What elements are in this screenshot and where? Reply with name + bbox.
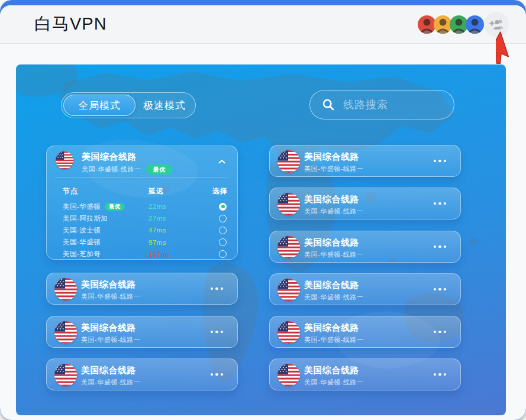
line-card[interactable]: 美国综合线路 美国-华盛顿-线路一 <box>269 188 461 219</box>
table-row: 美国-华盛顿 最优 22ms <box>63 201 229 212</box>
more-options-button[interactable] <box>208 359 226 390</box>
us-flag-icon <box>54 321 77 344</box>
node-name: 美国-波士顿 <box>63 226 101 235</box>
line-subtitle: 美国-华盛顿-线路一 <box>81 379 140 386</box>
best-badge: 最优 <box>146 164 172 175</box>
line-card[interactable]: 美国综合线路 美国-华盛顿-线路一 <box>46 358 238 390</box>
tab-speed-mode[interactable]: 极速模式 <box>135 95 193 116</box>
select-radio[interactable] <box>219 203 227 211</box>
table-row: 美国-芝加哥 197ms <box>63 248 229 260</box>
more-options-button[interactable] <box>431 274 449 305</box>
latency-value: 22ms <box>149 203 203 210</box>
line-card[interactable]: 美国综合线路 美国-华盛顿-线路一 <box>269 316 461 348</box>
mode-tabs: 全局模式 极速模式 <box>61 92 196 118</box>
add-person-icon <box>489 17 504 32</box>
more-options-button[interactable] <box>431 188 449 219</box>
us-flag-icon <box>277 279 300 301</box>
line-subtitle: 美国-华盛顿-线路一 <box>81 293 140 300</box>
vpn-panel: 全局模式 极速模式 美国综合线路 <box>16 64 506 415</box>
expanded-card-header: 美国综合线路 美国-华盛顿-线路一 最优 <box>82 152 172 175</box>
us-flag-icon <box>277 193 300 215</box>
line-title: 美国综合线路 <box>304 152 363 161</box>
node-name: 美国-华盛顿 <box>63 202 101 211</box>
col-select: 选择 <box>212 186 229 196</box>
more-options-button[interactable] <box>208 273 226 304</box>
divider <box>55 177 229 178</box>
us-flag-icon <box>277 236 300 259</box>
more-options-button[interactable] <box>208 316 226 347</box>
us-flag-icon <box>54 364 77 386</box>
search-box <box>309 90 454 119</box>
us-flag-icon <box>277 150 300 173</box>
latency-value: 197ms <box>149 251 203 258</box>
node-name: 美国-芝加哥 <box>63 250 101 259</box>
us-flag-icon <box>56 151 73 169</box>
ellipsis-icon <box>434 373 447 376</box>
ellipsis-icon <box>211 331 224 334</box>
ellipsis-icon <box>211 373 224 376</box>
line-title: 美国综合线路 <box>304 280 363 290</box>
app-window: 白马VPN <box>0 0 526 420</box>
search-icon <box>322 98 335 111</box>
line-subtitle: 美国-华盛顿-线路一 <box>304 208 363 215</box>
user-avatar-4[interactable] <box>466 15 484 34</box>
us-flag-icon <box>277 364 300 386</box>
select-radio[interactable] <box>219 227 227 234</box>
person-icon <box>466 15 484 34</box>
line-card[interactable]: 美国综合线路 美国-华盛顿-线路一 <box>269 231 461 263</box>
app-surface: 白马VPN <box>0 5 526 420</box>
avatar-row <box>420 12 509 37</box>
collapse-button[interactable] <box>215 154 229 169</box>
latency-value: 27ms <box>149 215 203 222</box>
line-card[interactable]: 美国综合线路 美国-华盛顿-线路一 <box>46 273 238 305</box>
ellipsis-icon <box>434 331 447 334</box>
app-title: 白马VPN <box>34 12 107 36</box>
ellipsis-icon <box>434 288 447 291</box>
add-user-button[interactable] <box>484 12 509 37</box>
line-title: 美国综合线路 <box>81 280 140 289</box>
line-card[interactable]: 美国综合线路 美国-华盛顿-线路一 <box>269 145 461 177</box>
search-input[interactable] <box>342 98 444 112</box>
ellipsis-icon <box>211 287 224 290</box>
line-title: 美国综合线路 <box>304 238 363 247</box>
line-card-expanded: 美国综合线路 美国-华盛顿-线路一 最优 节 <box>46 146 238 260</box>
node-table: 节点 延迟 选择 美国-华盛顿 最优 22ms <box>63 184 229 260</box>
more-options-button[interactable] <box>431 231 449 262</box>
line-card[interactable]: 美国综合线路 美国-华盛顿-线路一 <box>269 358 461 390</box>
line-subtitle: 美国-华盛顿-线路一 <box>81 336 140 343</box>
line-title: 美国综合线路 <box>81 323 140 332</box>
line-card[interactable]: 美国综合线路 美国-华盛顿-线路一 <box>269 273 461 305</box>
line-title: 美国综合线路 <box>81 366 140 375</box>
line-title: 美国综合线路 <box>304 366 363 375</box>
col-node: 节点 <box>63 186 149 196</box>
more-options-button[interactable] <box>431 146 449 176</box>
us-flag-icon <box>54 278 77 301</box>
more-options-button[interactable] <box>431 316 449 347</box>
chevron-up-icon <box>218 159 225 164</box>
content-area: 全局模式 极速模式 美国综合线路 <box>0 44 526 420</box>
node-name: 美国-阿拉斯加 <box>63 214 108 223</box>
best-badge: 最优 <box>105 203 125 211</box>
ellipsis-icon <box>434 245 447 248</box>
line-subtitle: 美国-华盛顿-线路一 <box>304 251 363 258</box>
table-row: 美国-波士顿 47ms <box>63 224 229 236</box>
line-card[interactable]: 美国综合线路 美国-华盛顿-线路一 <box>46 316 238 348</box>
select-radio[interactable] <box>219 238 227 246</box>
header: 白马VPN <box>0 5 526 44</box>
select-radio[interactable] <box>219 250 227 258</box>
select-radio[interactable] <box>219 215 227 222</box>
table-header: 节点 延迟 选择 <box>63 184 229 198</box>
line-subtitle: 美国-华盛顿-线路一 <box>304 165 363 172</box>
table-row: 美国-阿拉斯加 27ms <box>63 212 229 224</box>
line-title: 美国综合线路 <box>304 323 363 332</box>
table-row: 美国-华盛顿 97ms <box>63 237 229 248</box>
node-name: 美国-华盛顿 <box>63 238 101 247</box>
us-flag-icon <box>277 321 300 344</box>
ellipsis-icon <box>434 202 447 205</box>
latency-value: 47ms <box>149 227 203 234</box>
more-options-button[interactable] <box>431 359 449 390</box>
line-title: 美国综合线路 <box>304 195 363 204</box>
line-subtitle: 美国-华盛顿-线路一 <box>82 165 141 174</box>
line-subtitle: 美国-华盛顿-线路一 <box>304 336 363 343</box>
tab-global-mode[interactable]: 全局模式 <box>63 95 135 116</box>
